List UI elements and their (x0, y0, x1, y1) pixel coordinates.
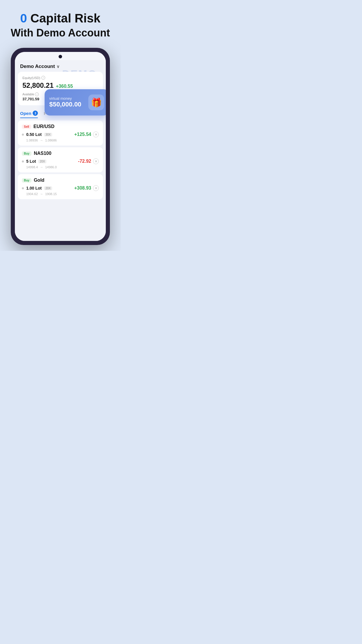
lot-nas100: 5 Lot (26, 159, 36, 164)
trade-list: Sell EUR/USD 0.50 Lot 30X +125.54 ✕ (15, 118, 106, 202)
dot-bullet-gold (22, 187, 24, 189)
dot-bullet-eurusd (22, 134, 24, 136)
trade-symbol-gold: Gold (34, 178, 44, 183)
lot-gold: 1.00 Lot (26, 186, 42, 190)
dot-bullet-nas100 (22, 160, 24, 162)
gift-icon: 🎁 (88, 94, 104, 110)
trade-type-sell: Sell (22, 125, 31, 129)
equity-label: Equity(USD) i (22, 76, 98, 80)
close-button-gold[interactable]: ✕ (93, 185, 99, 191)
virtual-money-popup[interactable]: virtual money $50,000.00 🎁 (45, 89, 106, 116)
trade-left-nas100: 5 Lot 20X (22, 159, 46, 164)
lot-eurusd: 0.50 Lot (26, 132, 42, 137)
trade-row-eurusd: 0.50 Lot 30X +125.54 ✕ (22, 132, 99, 137)
hero-title-part1: Capital Risk (30, 11, 100, 25)
tab-open[interactable]: Open 3 (20, 111, 38, 118)
trade-header-nas100: Buy NAS100 (22, 151, 99, 156)
available-value: 37,701.59 (22, 97, 39, 101)
tab-open-label: Open (20, 111, 31, 116)
trade-row-gold: 1.00 Lot 20X +308.93 ✕ (22, 185, 99, 191)
close-button-nas100[interactable]: ✕ (93, 158, 99, 164)
equity-info-icon[interactable]: i (41, 76, 45, 80)
leverage-nas100: 20X (38, 160, 46, 163)
phone-frame: Demo Account ∨ DEMO Equity(USD) i 52,800… (11, 48, 110, 245)
trade-row-nas100: 5 Lot 20X -72.92 ✕ (22, 158, 99, 164)
equity-change: +360.55 (56, 84, 73, 89)
close-button-eurusd[interactable]: ✕ (93, 132, 99, 137)
pnl-nas100: -72.92 (78, 159, 91, 164)
hero-section: 0 Capital Risk With Demo Account (11, 12, 110, 39)
phone-camera-area (15, 52, 106, 60)
pnl-gold: +308.93 (74, 186, 91, 191)
hero-zero: 0 (20, 11, 27, 25)
trade-card-eurusd[interactable]: Sell EUR/USD 0.50 Lot 30X +125.54 ✕ (18, 120, 103, 146)
virtual-money-text: virtual money $50,000.00 (49, 96, 81, 108)
trade-type-buy-gold: Buy (22, 178, 31, 183)
account-label: Demo Account (20, 64, 55, 69)
trade-left-eurusd: 0.50 Lot 30X (22, 132, 52, 137)
trade-left-gold: 1.00 Lot 20X (22, 186, 52, 190)
trade-card-gold[interactable]: Buy Gold 1.00 Lot 20X +308.93 ✕ (18, 174, 103, 199)
camera-dot (59, 55, 62, 58)
tab-open-badge: 3 (33, 111, 38, 116)
available-info-icon[interactable]: i (35, 92, 39, 96)
trade-symbol-eurusd: EUR/USD (34, 124, 55, 129)
chevron-down-icon: ∨ (57, 64, 59, 69)
hero-subtitle: With Demo Account (11, 27, 110, 39)
equity-value: 52,800.21 (22, 81, 54, 90)
account-selector[interactable]: Demo Account ∨ (20, 64, 59, 69)
trade-header-gold: Buy Gold (22, 178, 99, 183)
trade-header-eurusd: Sell EUR/USD (22, 124, 99, 129)
available-detail: Available i 37,701.59 (22, 92, 39, 101)
trade-type-buy-nas: Buy (22, 151, 31, 156)
trade-card-nas100[interactable]: Buy NAS100 5 Lot 20X -72.92 ✕ (18, 147, 103, 172)
prices-gold: 1904.62 → 1908.15 (26, 192, 99, 196)
virtual-money-amount: $50,000.00 (49, 101, 81, 108)
pnl-eurusd: +125.54 (74, 132, 91, 137)
trade-symbol-nas100: NAS100 (34, 151, 51, 156)
leverage-gold: 20X (44, 186, 52, 190)
app-header: Demo Account ∨ (15, 60, 106, 72)
leverage-eurusd: 30X (44, 133, 52, 136)
prices-eurusd: 1.08936 → 1.08686 (26, 139, 99, 142)
prices-nas100: 14998.4 → 14986.0 (26, 165, 99, 169)
virtual-money-label: virtual money (49, 96, 81, 101)
